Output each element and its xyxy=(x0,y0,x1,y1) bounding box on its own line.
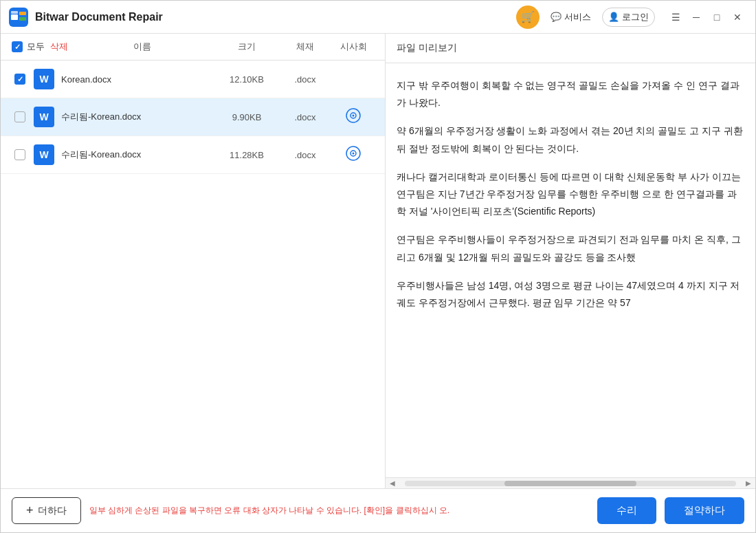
file-name: 수리됨-Korean.docx xyxy=(61,149,216,161)
preview-paragraph: 지구 밖 우주여행이 회복할 수 없는 영구적 골밀도 손실을 가져올 수 인 … xyxy=(397,77,744,111)
svg-rect-3 xyxy=(19,17,26,21)
warning-text: 일부 심하게 손상된 파일을 복구하면 오류 대화 상자가 나타날 수 있습니다… xyxy=(89,505,589,516)
checkbox-empty[interactable] xyxy=(14,149,25,160)
window-controls: ☰ ─ □ ✕ xyxy=(666,8,747,27)
preview-icon[interactable] xyxy=(333,108,374,127)
left-panel: 모두 삭제 이름 크기 체재 시사회 WKorean.docx12.10KB.d… xyxy=(1,34,386,488)
titlebar-actions: 🛒 💬 서비스 👤 로그인 ☰ ─ □ ✕ xyxy=(516,6,747,29)
preview-paragraph: 캐나다 캘거리대학과 로이터통신 등에 따르면 이 대학 신체운동학 부 사가 … xyxy=(397,168,744,221)
service-button[interactable]: 💬 서비스 xyxy=(545,8,597,26)
table-row[interactable]: W수리됨-Korean.docx9.90KB.docx xyxy=(1,98,385,136)
all-label: 모두 xyxy=(27,41,45,53)
checkbox-checked[interactable] xyxy=(14,74,25,85)
table-row[interactable]: W수리됨-Korean.docx11.28KB.docx xyxy=(1,136,385,174)
right-panel: 파일 미리보기 지구 밖 우주여행이 회복할 수 없는 영구적 골밀도 손실을 … xyxy=(386,34,755,488)
col-size: 크기 xyxy=(216,41,278,53)
bottom-bar: + 더하다 일부 심하게 손상된 파일을 복구하면 오류 대화 상자가 나타날 … xyxy=(1,488,755,532)
preview-icon[interactable] xyxy=(333,146,374,164)
preview-paragraph: 약 6개월의 우주정거장 생활이 노화 과정에서 겪는 20년 치의 골밀도 고… xyxy=(397,122,744,157)
file-icon-word: W xyxy=(34,144,54,165)
file-size: 11.28KB xyxy=(216,150,278,160)
file-icon-word: W xyxy=(34,69,54,89)
svg-point-7 xyxy=(353,114,355,116)
row-checkbox[interactable] xyxy=(12,74,28,85)
preview-content[interactable]: 지구 밖 우주여행이 회복할 수 없는 영구적 골밀도 손실을 가져올 수 인 … xyxy=(386,63,755,477)
header-checkbox-area: 모두 xyxy=(12,41,45,53)
horizontal-scrollbar[interactable]: ◀ ▶ xyxy=(386,477,755,488)
file-icon-word: W xyxy=(34,107,54,127)
menu-button[interactable]: ☰ xyxy=(666,8,685,27)
select-all-checkbox[interactable] xyxy=(12,41,23,52)
file-size: 9.90KB xyxy=(216,112,278,122)
col-type: 체재 xyxy=(278,41,333,53)
login-icon: 👤 xyxy=(608,12,619,22)
save-button[interactable]: 절약하다 xyxy=(665,497,744,524)
file-list: WKorean.docx12.10KB.docxW수리됨-Korean.docx… xyxy=(1,61,385,488)
maximize-button[interactable]: □ xyxy=(707,8,726,27)
col-name: 이름 xyxy=(68,41,216,53)
scrollbar-thumb[interactable] xyxy=(504,481,637,486)
file-name: 수리됨-Korean.docx xyxy=(61,111,216,123)
preview-header: 파일 미리보기 xyxy=(386,34,755,63)
file-name: Korean.docx xyxy=(61,74,216,85)
scrollbar-track xyxy=(405,481,736,486)
scroll-left-arrow[interactable]: ◀ xyxy=(386,479,399,487)
cart-button[interactable]: 🛒 xyxy=(516,6,540,29)
table-row[interactable]: WKorean.docx12.10KB.docx xyxy=(1,61,385,98)
svg-rect-1 xyxy=(11,14,18,20)
checkbox-empty[interactable] xyxy=(14,111,25,122)
main-content: 모두 삭제 이름 크기 체재 시사회 WKorean.docx12.10KB.d… xyxy=(1,34,755,488)
titlebar: Bitwar Document Repair 🛒 💬 서비스 👤 로그인 ☰ ─… xyxy=(1,1,755,34)
minimize-button[interactable]: ─ xyxy=(687,8,706,27)
col-preview: 시사회 xyxy=(333,41,374,53)
login-button[interactable]: 👤 로그인 xyxy=(602,8,655,27)
close-button[interactable]: ✕ xyxy=(728,8,747,27)
file-type: .docx xyxy=(278,74,333,85)
scroll-right-arrow[interactable]: ▶ xyxy=(742,479,755,487)
service-label: 서비스 xyxy=(564,11,591,23)
add-label: 더하다 xyxy=(38,505,67,517)
file-type: .docx xyxy=(278,112,333,122)
table-header: 모두 삭제 이름 크기 체재 시사회 xyxy=(1,34,385,61)
svg-rect-4 xyxy=(11,11,18,14)
row-checkbox[interactable] xyxy=(12,149,28,160)
login-label: 로그인 xyxy=(622,11,649,23)
preview-paragraph: 우주비행사들은 남성 14명, 여성 3명으로 평균 나이는 47세였으며 4 … xyxy=(397,277,744,312)
delete-label[interactable]: 삭제 xyxy=(50,41,68,53)
file-size: 12.10KB xyxy=(216,74,278,85)
app-logo xyxy=(9,8,28,27)
svg-point-10 xyxy=(353,152,355,154)
plus-icon: + xyxy=(26,503,34,518)
service-icon: 💬 xyxy=(551,12,562,22)
row-checkbox[interactable] xyxy=(12,111,28,122)
repair-button[interactable]: 수리 xyxy=(597,497,656,524)
file-type: .docx xyxy=(278,150,333,160)
preview-paragraph: 연구팀은 우주비행사들이 우주정거장으로 파견되기 전과 임무를 마치 온 직후… xyxy=(397,231,744,265)
add-button[interactable]: + 더하다 xyxy=(12,497,81,524)
svg-rect-2 xyxy=(19,12,26,15)
app-title: Bitwar Document Repair xyxy=(35,11,516,23)
